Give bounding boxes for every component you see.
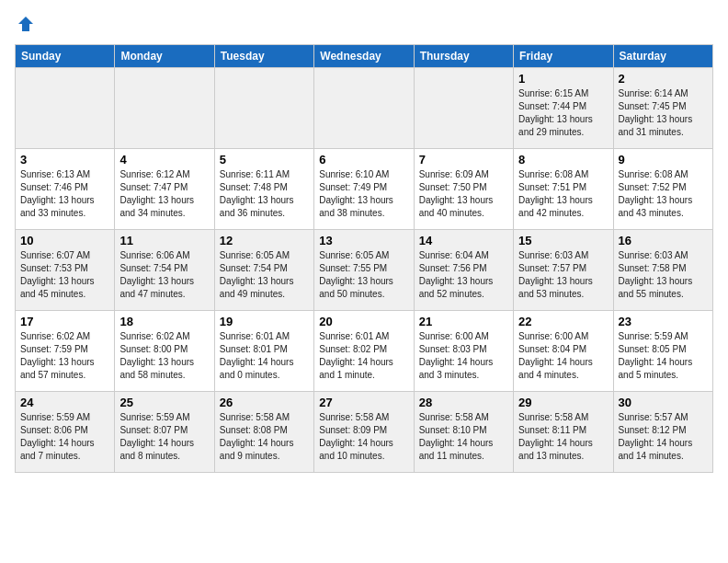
calendar-cell-5-2: 25Sunrise: 5:59 AM Sunset: 8:07 PM Dayli… (115, 392, 214, 473)
calendar-table: SundayMondayTuesdayWednesdayThursdayFrid… (15, 44, 713, 473)
weekday-header-row: SundayMondayTuesdayWednesdayThursdayFrid… (16, 45, 713, 68)
cell-text: Sunrise: 5:58 AM Sunset: 8:09 PM Dayligh… (319, 411, 408, 463)
day-number: 8 (518, 153, 608, 167)
day-number: 20 (319, 315, 408, 328)
svg-marker-0 (18, 17, 33, 31)
cell-text: Sunrise: 6:11 AM Sunset: 7:48 PM Dayligh… (220, 168, 309, 220)
calendar-cell-5-4: 27Sunrise: 5:58 AM Sunset: 8:09 PM Dayli… (314, 392, 414, 473)
week-row-1: 1Sunrise: 6:15 AM Sunset: 7:44 PM Daylig… (16, 68, 713, 149)
day-number: 13 (319, 234, 408, 247)
cell-text: Sunrise: 6:05 AM Sunset: 7:55 PM Dayligh… (319, 249, 408, 301)
calendar-cell-2-5: 7Sunrise: 6:09 AM Sunset: 7:50 PM Daylig… (414, 149, 513, 230)
calendar-cell-2-4: 6Sunrise: 6:10 AM Sunset: 7:49 PM Daylig… (314, 149, 414, 230)
calendar-cell-1-2 (115, 68, 214, 149)
day-number: 26 (220, 396, 309, 409)
calendar-cell-2-7: 9Sunrise: 6:08 AM Sunset: 7:52 PM Daylig… (613, 149, 712, 230)
calendar-cell-2-1: 3Sunrise: 6:13 AM Sunset: 7:46 PM Daylig… (16, 149, 115, 230)
calendar-cell-5-5: 28Sunrise: 5:58 AM Sunset: 8:10 PM Dayli… (414, 392, 513, 473)
calendar-cell-4-1: 17Sunrise: 6:02 AM Sunset: 7:59 PM Dayli… (16, 311, 115, 392)
cell-text: Sunrise: 6:06 AM Sunset: 7:54 PM Dayligh… (119, 249, 209, 301)
day-number: 16 (619, 234, 708, 247)
calendar-cell-1-7: 2Sunrise: 6:14 AM Sunset: 7:45 PM Daylig… (613, 68, 712, 149)
calendar-cell-4-2: 18Sunrise: 6:02 AM Sunset: 8:00 PM Dayli… (115, 311, 214, 392)
header (15, 15, 713, 33)
cell-text: Sunrise: 6:08 AM Sunset: 7:52 PM Dayligh… (619, 168, 708, 220)
calendar-cell-4-5: 21Sunrise: 6:00 AM Sunset: 8:03 PM Dayli… (414, 311, 513, 392)
calendar-cell-4-6: 22Sunrise: 6:00 AM Sunset: 8:04 PM Dayli… (514, 311, 613, 392)
day-number: 25 (119, 396, 209, 409)
cell-text: Sunrise: 6:12 AM Sunset: 7:47 PM Dayligh… (119, 168, 209, 220)
calendar-cell-2-6: 8Sunrise: 6:08 AM Sunset: 7:51 PM Daylig… (514, 149, 613, 230)
logo-icon (17, 15, 35, 33)
cell-text: Sunrise: 6:08 AM Sunset: 7:51 PM Dayligh… (518, 168, 608, 220)
calendar-cell-3-4: 13Sunrise: 6:05 AM Sunset: 7:55 PM Dayli… (314, 230, 414, 311)
day-number: 10 (20, 234, 109, 247)
calendar-cell-1-6: 1Sunrise: 6:15 AM Sunset: 7:44 PM Daylig… (514, 68, 613, 149)
day-number: 9 (619, 153, 708, 167)
day-number: 7 (419, 153, 508, 167)
weekday-header-monday: Monday (115, 45, 214, 68)
weekday-header-friday: Friday (514, 45, 613, 68)
day-number: 23 (619, 315, 708, 328)
page: SundayMondayTuesdayWednesdayThursdayFrid… (0, 0, 728, 488)
day-number: 2 (619, 72, 708, 86)
cell-text: Sunrise: 6:03 AM Sunset: 7:57 PM Dayligh… (518, 249, 608, 301)
cell-text: Sunrise: 6:10 AM Sunset: 7:49 PM Dayligh… (319, 168, 408, 220)
weekday-header-tuesday: Tuesday (214, 45, 313, 68)
day-number: 18 (119, 315, 209, 328)
cell-text: Sunrise: 5:58 AM Sunset: 8:11 PM Dayligh… (518, 411, 608, 463)
day-number: 15 (518, 234, 608, 247)
calendar-cell-1-3 (214, 68, 313, 149)
weekday-header-saturday: Saturday (613, 45, 712, 68)
cell-text: Sunrise: 6:01 AM Sunset: 8:02 PM Dayligh… (319, 330, 408, 382)
calendar-cell-3-2: 11Sunrise: 6:06 AM Sunset: 7:54 PM Dayli… (115, 230, 214, 311)
cell-text: Sunrise: 5:59 AM Sunset: 8:07 PM Dayligh… (119, 411, 209, 463)
calendar-cell-5-6: 29Sunrise: 5:58 AM Sunset: 8:11 PM Dayli… (514, 392, 613, 473)
weekday-header-thursday: Thursday (414, 45, 513, 68)
day-number: 24 (20, 396, 109, 409)
cell-text: Sunrise: 6:04 AM Sunset: 7:56 PM Dayligh… (419, 249, 508, 301)
day-number: 29 (518, 396, 608, 409)
cell-text: Sunrise: 5:58 AM Sunset: 8:10 PM Dayligh… (419, 411, 508, 463)
calendar-cell-3-7: 16Sunrise: 6:03 AM Sunset: 7:58 PM Dayli… (613, 230, 712, 311)
cell-text: Sunrise: 6:00 AM Sunset: 8:03 PM Dayligh… (419, 330, 508, 382)
day-number: 12 (220, 234, 309, 247)
calendar-cell-5-7: 30Sunrise: 5:57 AM Sunset: 8:12 PM Dayli… (613, 392, 712, 473)
cell-text: Sunrise: 6:14 AM Sunset: 7:45 PM Dayligh… (619, 87, 708, 139)
day-number: 21 (419, 315, 508, 328)
calendar-cell-2-3: 5Sunrise: 6:11 AM Sunset: 7:48 PM Daylig… (214, 149, 313, 230)
day-number: 30 (619, 396, 708, 409)
cell-text: Sunrise: 6:15 AM Sunset: 7:44 PM Dayligh… (518, 87, 608, 139)
weekday-header-wednesday: Wednesday (314, 45, 414, 68)
day-number: 22 (518, 315, 608, 328)
cell-text: Sunrise: 5:58 AM Sunset: 8:08 PM Dayligh… (220, 411, 309, 463)
cell-text: Sunrise: 6:02 AM Sunset: 8:00 PM Dayligh… (119, 330, 209, 382)
weekday-header-sunday: Sunday (16, 45, 115, 68)
week-row-4: 17Sunrise: 6:02 AM Sunset: 7:59 PM Dayli… (16, 311, 713, 392)
calendar-cell-5-1: 24Sunrise: 5:59 AM Sunset: 8:06 PM Dayli… (16, 392, 115, 473)
day-number: 27 (319, 396, 408, 409)
day-number: 28 (419, 396, 508, 409)
calendar-cell-1-1 (16, 68, 115, 149)
calendar-cell-4-3: 19Sunrise: 6:01 AM Sunset: 8:01 PM Dayli… (214, 311, 313, 392)
cell-text: Sunrise: 5:57 AM Sunset: 8:12 PM Dayligh… (619, 411, 708, 463)
calendar-cell-3-5: 14Sunrise: 6:04 AM Sunset: 7:56 PM Dayli… (414, 230, 513, 311)
calendar-cell-1-5 (414, 68, 513, 149)
calendar-cell-3-6: 15Sunrise: 6:03 AM Sunset: 7:57 PM Dayli… (514, 230, 613, 311)
calendar-cell-5-3: 26Sunrise: 5:58 AM Sunset: 8:08 PM Dayli… (214, 392, 313, 473)
cell-text: Sunrise: 5:59 AM Sunset: 8:05 PM Dayligh… (619, 330, 708, 382)
day-number: 14 (419, 234, 508, 247)
calendar-cell-4-7: 23Sunrise: 5:59 AM Sunset: 8:05 PM Dayli… (613, 311, 712, 392)
calendar-cell-3-3: 12Sunrise: 6:05 AM Sunset: 7:54 PM Dayli… (214, 230, 313, 311)
day-number: 19 (220, 315, 309, 328)
cell-text: Sunrise: 6:01 AM Sunset: 8:01 PM Dayligh… (220, 330, 309, 382)
cell-text: Sunrise: 6:07 AM Sunset: 7:53 PM Dayligh… (20, 249, 109, 301)
cell-text: Sunrise: 5:59 AM Sunset: 8:06 PM Dayligh… (20, 411, 109, 463)
week-row-3: 10Sunrise: 6:07 AM Sunset: 7:53 PM Dayli… (16, 230, 713, 311)
day-number: 17 (20, 315, 109, 328)
day-number: 4 (119, 153, 209, 167)
calendar-cell-4-4: 20Sunrise: 6:01 AM Sunset: 8:02 PM Dayli… (314, 311, 414, 392)
cell-text: Sunrise: 6:09 AM Sunset: 7:50 PM Dayligh… (419, 168, 508, 220)
day-number: 1 (518, 72, 608, 86)
day-number: 6 (319, 153, 408, 167)
